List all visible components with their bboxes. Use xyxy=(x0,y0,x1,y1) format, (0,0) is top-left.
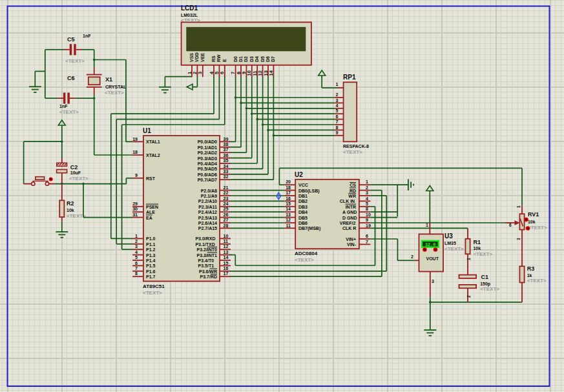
svg-text:ALE: ALE xyxy=(146,210,155,214)
svg-text:R3: R3 xyxy=(527,265,535,272)
svg-text:18: 18 xyxy=(132,150,138,154)
svg-text:U3: U3 xyxy=(444,232,453,240)
svg-text:P3.2/INT0: P3.2/INT0 xyxy=(196,247,217,252)
svg-text:C6: C6 xyxy=(67,75,75,81)
svg-text:1nF: 1nF xyxy=(83,34,91,38)
svg-text:RST: RST xyxy=(146,176,156,181)
svg-text:8: 8 xyxy=(366,207,368,211)
svg-text:7: 7 xyxy=(366,240,368,244)
svg-text:P3.5/T1: P3.5/T1 xyxy=(198,263,214,268)
svg-text:15: 15 xyxy=(224,261,229,265)
svg-text:4: 4 xyxy=(336,103,339,108)
svg-text:6: 6 xyxy=(219,72,225,74)
svg-text:DB4: DB4 xyxy=(298,210,308,214)
svg-text:26: 26 xyxy=(224,212,229,217)
svg-text:P3.1/TXD: P3.1/TXD xyxy=(195,242,214,247)
svg-text:1nF: 1nF xyxy=(59,104,68,108)
svg-text:7: 7 xyxy=(135,266,138,271)
svg-text:P1.7: P1.7 xyxy=(146,274,156,279)
svg-text:2: 2 xyxy=(336,92,339,97)
svg-text:29: 29 xyxy=(132,201,138,206)
svg-text:20: 20 xyxy=(286,180,291,184)
svg-text:1: 1 xyxy=(135,234,138,238)
svg-text:<TEXT>: <TEXT> xyxy=(473,251,492,257)
svg-text:P2.2/A10: P2.2/A10 xyxy=(198,199,217,203)
svg-text:17: 17 xyxy=(224,271,229,276)
svg-text:<TEXT>: <TEXT> xyxy=(65,58,85,64)
svg-text:U2: U2 xyxy=(295,171,303,178)
svg-text:10k: 10k xyxy=(473,246,481,251)
svg-text:11: 11 xyxy=(286,223,291,228)
svg-text:5: 5 xyxy=(135,255,138,260)
svg-text:D2: D2 xyxy=(244,56,248,62)
svg-text:3: 3 xyxy=(135,244,138,249)
svg-text:<TEXT>: <TEXT> xyxy=(444,246,464,252)
svg-text:1: 1 xyxy=(336,82,339,87)
svg-text:<TEXT>: <TEXT> xyxy=(181,17,200,23)
svg-text:22: 22 xyxy=(224,191,229,195)
svg-text:P0.3/AD3: P0.3/AD3 xyxy=(198,156,217,161)
svg-text:LM35: LM35 xyxy=(444,241,456,245)
svg-text:C1: C1 xyxy=(481,274,489,280)
svg-text:13: 13 xyxy=(224,250,229,254)
svg-text:D4: D4 xyxy=(255,56,259,62)
svg-text:D1: D1 xyxy=(238,56,243,62)
svg-text:31: 31 xyxy=(132,212,138,217)
svg-text:VSS: VSS xyxy=(189,53,194,62)
svg-text:36: 36 xyxy=(224,153,229,158)
svg-text:P2.4/A12: P2.4/A12 xyxy=(198,210,217,214)
svg-text:8: 8 xyxy=(336,125,339,130)
svg-text:P1.2: P1.2 xyxy=(146,247,156,252)
svg-text:2: 2 xyxy=(135,239,138,243)
svg-text:P2.5/A13: P2.5/A13 xyxy=(198,216,217,220)
svg-text:3: 3 xyxy=(336,98,339,103)
svg-text:VIN-: VIN- xyxy=(347,242,357,247)
svg-text:P1.1: P1.1 xyxy=(146,242,156,247)
svg-text:P2.0/A8: P2.0/A8 xyxy=(201,189,217,193)
svg-text:P0.7/AD7: P0.7/AD7 xyxy=(198,178,217,182)
svg-text:VOUT: VOUT xyxy=(426,256,439,261)
svg-text:DB1: DB1 xyxy=(298,194,308,198)
svg-text:DB0(LSB): DB0(LSB) xyxy=(298,189,320,194)
svg-text:18: 18 xyxy=(286,185,291,190)
svg-text:P0.5/AD5: P0.5/AD5 xyxy=(198,167,217,171)
svg-text:<TEXT>: <TEXT> xyxy=(528,225,547,231)
svg-text:E: E xyxy=(222,59,227,62)
svg-text:LCD1: LCD1 xyxy=(181,5,198,12)
svg-text:LM032L: LM032L xyxy=(181,13,198,17)
svg-text:P0.2/AD2: P0.2/AD2 xyxy=(198,150,217,155)
svg-text:35: 35 xyxy=(224,158,229,163)
svg-text:1k: 1k xyxy=(527,273,532,278)
svg-text:P1.0: P1.0 xyxy=(146,236,156,241)
svg-text:2: 2 xyxy=(466,295,471,298)
svg-text:10: 10 xyxy=(224,234,229,238)
svg-text:8: 8 xyxy=(135,271,138,276)
svg-text:R2: R2 xyxy=(67,200,74,207)
svg-text:P3.6/WR: P3.6/WR xyxy=(199,269,217,274)
svg-text:RP1: RP1 xyxy=(343,74,356,81)
svg-text:19: 19 xyxy=(366,223,371,228)
svg-text:RD: RD xyxy=(350,189,356,193)
svg-text:P2.6/A14: P2.6/A14 xyxy=(198,221,217,225)
svg-text:AT89C51: AT89C51 xyxy=(143,284,165,289)
svg-text:37: 37 xyxy=(224,147,229,152)
svg-text:7: 7 xyxy=(336,119,339,124)
svg-text:<TEXT>: <TEXT> xyxy=(105,90,124,96)
svg-text:VIN+: VIN+ xyxy=(346,237,356,242)
svg-text:DB5: DB5 xyxy=(298,216,308,220)
svg-text:17: 17 xyxy=(286,191,291,195)
svg-text:D GND: D GND xyxy=(342,216,357,220)
svg-text:<TEXT>: <TEXT> xyxy=(59,109,79,115)
svg-text:CS: CS xyxy=(350,183,356,187)
svg-text:DB6: DB6 xyxy=(298,221,308,225)
svg-text:11: 11 xyxy=(224,239,229,243)
svg-text:10uF: 10uF xyxy=(70,170,81,175)
svg-text:2: 2 xyxy=(366,185,368,190)
svg-text:P2.7/A15: P2.7/A15 xyxy=(198,226,217,231)
svg-text:RS: RS xyxy=(211,56,216,62)
svg-text:CRYSTAL: CRYSTAL xyxy=(105,85,127,89)
svg-text:<TEXT>: <TEXT> xyxy=(69,176,89,181)
svg-text:<TEXT>: <TEXT> xyxy=(143,290,162,296)
svg-text:DB2: DB2 xyxy=(298,199,308,203)
svg-text:38: 38 xyxy=(224,142,229,147)
